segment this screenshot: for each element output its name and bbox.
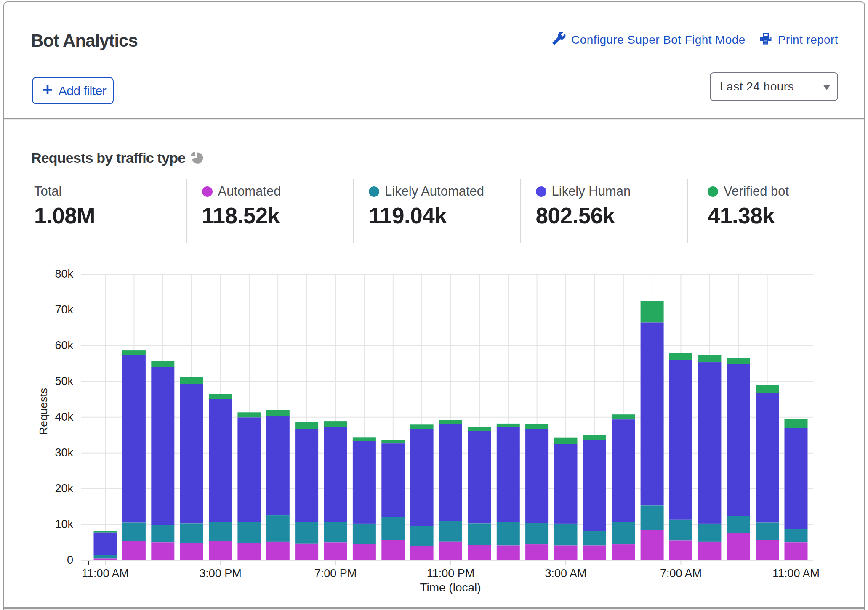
- svg-text:3:00 AM: 3:00 AM: [545, 567, 586, 580]
- svg-text:7:00 PM: 7:00 PM: [314, 567, 357, 580]
- svg-text:60k: 60k: [55, 339, 73, 352]
- svg-text:10k: 10k: [55, 518, 73, 530]
- svg-text:11:00 AM: 11:00 AM: [82, 567, 129, 580]
- svg-text:Requests: Requests: [37, 388, 50, 435]
- svg-text:0: 0: [67, 554, 73, 566]
- svg-text:40k: 40k: [55, 411, 73, 423]
- svg-text:30k: 30k: [55, 446, 73, 459]
- svg-text:80k: 80k: [55, 268, 73, 280]
- svg-text:3:00 PM: 3:00 PM: [199, 567, 242, 580]
- svg-text:20k: 20k: [55, 482, 73, 495]
- svg-text:7:00 AM: 7:00 AM: [660, 567, 702, 580]
- svg-text:70k: 70k: [55, 303, 73, 316]
- svg-text:Time (local): Time (local): [420, 581, 481, 594]
- svg-text:11:00 AM: 11:00 AM: [772, 567, 820, 580]
- svg-text:11:00 PM: 11:00 PM: [427, 567, 475, 580]
- svg-text:50k: 50k: [55, 375, 73, 387]
